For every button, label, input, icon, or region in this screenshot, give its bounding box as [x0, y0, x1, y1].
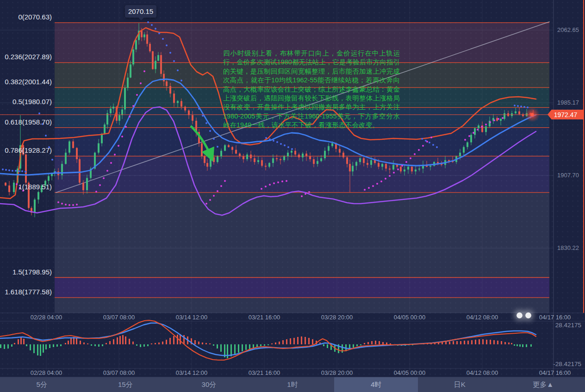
current-price-value: 1972.47: [554, 111, 578, 118]
time-tick-label: 03/07 08:00: [103, 369, 135, 376]
fib-level-label: 0.5(1980.07): [0, 98, 52, 106]
time-tick-label: 04/05 00:00: [394, 314, 426, 321]
interval-toolbar: 5分15分30分1时4时日K更多▲: [0, 377, 585, 392]
fib-level-label: 1.618(1777.58): [0, 288, 52, 296]
trading-app: 0(2070.63)0.236(2027.89)0.382(2001.44)0.…: [0, 0, 585, 392]
macd-upper-bound: 28.42175: [555, 322, 581, 329]
price-tick-label: 2062.65: [557, 26, 579, 33]
fib-level-label: 0.382(2001.44): [0, 78, 52, 86]
interval-tab-1时[interactable]: 1时: [251, 377, 335, 392]
price-tick-label: 1985.17: [557, 99, 579, 106]
nav-dot-button[interactable]: [517, 312, 523, 318]
time-tick-label: 03/14 12:00: [176, 314, 208, 321]
price-tick-label: 1830.22: [557, 244, 579, 251]
time-tick-label: 03/21 16:00: [249, 369, 280, 376]
price-tick-label: 1907.70: [557, 172, 579, 179]
time-tick-label: 04/12 08:00: [467, 369, 498, 376]
time-tick-label: 04/12 08:00: [467, 314, 498, 321]
time-tick-label: 03/14 12:00: [176, 369, 208, 376]
fib-level-label: 1.5(1798.95): [0, 268, 52, 276]
macd-panel: [0, 320, 536, 360]
analysis-commentary: 四小时级别上看，布林带开口向上，金价运行在中上轨运行，金价多次测试1980都无法…: [223, 49, 400, 130]
interval-tab-更多▲[interactable]: 更多▲: [501, 377, 585, 392]
time-tick-label: 02/28 04:00: [31, 314, 62, 321]
nav-dot-button[interactable]: [525, 312, 531, 318]
interval-tab-4时[interactable]: 4时: [334, 377, 418, 392]
fib-level-label: 0.786(1928.27): [0, 146, 52, 154]
macd-lower-bound: -28.42175: [553, 361, 581, 367]
high-price-tooltip: 2070.15: [125, 5, 156, 18]
time-tick-label: 03/07 08:00: [103, 314, 135, 321]
time-tick-label: 02/28 04:00: [31, 369, 62, 376]
time-tick-label: 04/17 16:00: [539, 314, 571, 321]
fib-level-label: 0(2070.63): [0, 13, 52, 21]
time-tick-label: 03/28 20:00: [321, 369, 353, 376]
time-tick-label: 03/21 16:00: [249, 314, 280, 321]
interval-tab-5分[interactable]: 5分: [0, 377, 84, 392]
current-price-badge: 1972.47: [548, 110, 584, 119]
interval-tab-日K[interactable]: 日K: [418, 377, 502, 392]
interval-tab-30分[interactable]: 30分: [167, 377, 251, 392]
time-tick-label: 04/17 16:00: [539, 369, 571, 376]
time-tick-label: 04/05 00:00: [394, 369, 426, 376]
fib-level-label: 0.236(2027.89): [0, 53, 52, 61]
fib-level-label: 0.618(1958.70): [0, 118, 52, 126]
fib-level-label: 1(1889.51): [0, 183, 52, 191]
time-tick-label: 03/28 20:00: [321, 314, 353, 321]
high-price-value: 2070.15: [128, 7, 153, 15]
interval-tab-15分[interactable]: 15分: [84, 377, 168, 392]
